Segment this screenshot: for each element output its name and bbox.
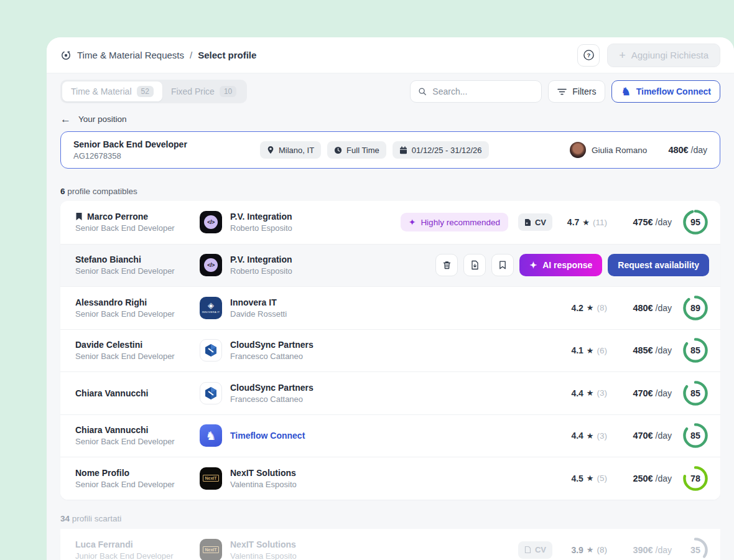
help-button[interactable]: ? [577, 44, 600, 67]
ai-response-button[interactable]: ✦ AI response [519, 254, 602, 276]
diamond-icon: ◈ [208, 302, 214, 309]
rating-value: 4.1 [571, 345, 583, 355]
requests-target-icon [60, 50, 72, 61]
rating-value: 4.4 [571, 431, 583, 441]
document-icon [524, 218, 531, 226]
profile-row[interactable]: Alessandro Righi Senior Back End Develop… [60, 286, 720, 329]
question-circle-icon: ? [583, 49, 595, 61]
manager-name: Giulia Romano [592, 146, 647, 155]
clock-icon [334, 146, 342, 154]
innovera-logo-text: INNOVERA IT [202, 310, 220, 314]
star-icon: ★ [582, 218, 590, 227]
location-pin-icon [267, 146, 274, 154]
profile-role: Senior Back End Developer [75, 309, 200, 319]
app-window: Time & Material Requests / Select profil… [47, 37, 734, 560]
company-name: P.V. Integration [230, 212, 292, 222]
star-icon: ★ [587, 545, 594, 554]
review-count: (8) [597, 545, 608, 554]
nexit-logo-text: NexIT [203, 546, 218, 553]
bookmark-button[interactable] [491, 254, 514, 276]
search-icon [418, 86, 427, 96]
nexit-logo-text: NexIT [203, 475, 218, 482]
profile-rate: 485€ /day [617, 345, 672, 355]
match-score-value: 85 [690, 345, 700, 355]
download-cv-button[interactable] [463, 254, 486, 276]
cv-chip[interactable]: CV [518, 541, 552, 559]
timeflow-connect-button[interactable]: ♞ Timeflow Connect [611, 80, 720, 103]
match-score-ring: 85 [682, 337, 709, 364]
review-count: (5) [597, 474, 608, 483]
discarded-count: 34 [60, 514, 70, 523]
match-score-value: 85 [690, 388, 700, 398]
breadcrumb-root[interactable]: Time & Material Requests [77, 50, 184, 60]
profile-row[interactable]: Davide Celestini Senior Back End Develop… [60, 329, 720, 372]
rate-unit: /day [691, 145, 707, 155]
star-icon: ★ [587, 388, 594, 398]
rate-amount: 390€ [633, 545, 653, 555]
calendar-icon [399, 146, 407, 154]
document-icon [524, 546, 531, 554]
breadcrumb: Time & Material Requests / Select profil… [60, 50, 256, 61]
tab-fixed-price[interactable]: Fixed Price 10 [162, 82, 245, 101]
code-icon: </> [207, 219, 215, 225]
star-icon: ★ [587, 346, 594, 355]
discarded-profile-row[interactable]: Luca Ferrandi Junior Back End Developer … [60, 529, 720, 560]
rate-amount: 480€ [668, 145, 688, 155]
profile-role: Junior Back End Developer [75, 551, 200, 560]
dates-text: 01/12/25 - 31/12/26 [412, 146, 482, 155]
profile-rate: 475€ /day [617, 217, 672, 227]
rate-amount: 475€ [633, 217, 653, 227]
tab-label: Time & Material [71, 86, 132, 96]
profile-name: Chiara Vannucchi [75, 388, 148, 398]
profile-name: Stefano Bianchi [75, 254, 141, 264]
company-name: CloudSync Partners [230, 383, 314, 393]
star-icon: ★ [587, 431, 594, 441]
profile-row[interactable]: Chiara Vannucchi Senior Back End Develop… [60, 414, 720, 457]
company-contact: Roberto Esposito [230, 223, 292, 233]
contract-text: Full Time [346, 146, 379, 155]
search-input[interactable] [432, 86, 534, 96]
rating-value: 4.7 [567, 217, 579, 227]
company-name[interactable]: Timeflow Connect [230, 431, 305, 441]
cv-label: CV [535, 218, 546, 227]
bookmark-filled-icon[interactable] [75, 212, 83, 221]
review-count: (3) [597, 388, 608, 398]
position-code: AG12678358 [73, 151, 260, 161]
add-request-label: Aggiungi Richiesta [631, 50, 708, 60]
tab-time-material[interactable]: Time & Material 52 [62, 82, 162, 101]
profile-role: Senior Back End Developer [75, 437, 200, 446]
profile-role: Senior Back End Developer [75, 266, 200, 276]
company-contact: Francesco Cattaneo [230, 394, 314, 404]
manager-avatar [570, 142, 586, 158]
sparkle-icon: ✦ [409, 217, 416, 227]
cv-chip[interactable]: CV [518, 213, 552, 231]
rating-value: 4.2 [571, 303, 583, 313]
rate-unit: /day [656, 388, 672, 398]
add-request-button[interactable]: + Aggiungi Richiesta [607, 44, 720, 67]
position-chips: Milano, IT Full Time 0 [260, 141, 489, 159]
filters-button[interactable]: Filters [548, 80, 605, 103]
position-title-block: Senior Back End Developer AG12678358 [73, 139, 260, 161]
company-contact: Francesco Cattaneo [230, 352, 314, 361]
company-contact: Roberto Esposito [230, 266, 292, 276]
delete-button[interactable] [435, 254, 458, 276]
profile-row[interactable]: Chiara Vannucchi CloudSync Partners Fra [60, 371, 720, 414]
profile-row-selected[interactable]: Stefano Bianchi Senior Back End Develope… [60, 244, 720, 287]
back-arrow-icon[interactable]: ← [60, 114, 71, 124]
profile-row[interactable]: Nome Profilo Senior Back End Developer N… [60, 457, 720, 500]
review-count: (6) [597, 346, 608, 355]
dates-chip: 01/12/25 - 31/12/26 [393, 141, 489, 159]
cloudsync-logo [200, 382, 222, 404]
profile-row[interactable]: Marco Perrone Senior Back End Developer … [60, 201, 720, 244]
pv-integration-logo: </> [200, 254, 222, 276]
request-availability-button[interactable]: Request availability [608, 254, 709, 276]
recommended-label: Highly recommended [420, 218, 500, 227]
plus-icon: + [619, 50, 626, 61]
position-title: Senior Back End Developer [73, 139, 260, 149]
page-header: Time & Material Requests / Select profil… [47, 37, 734, 73]
position-card[interactable]: Senior Back End Developer AG12678358 Mil… [60, 131, 720, 169]
rating-value: 4.5 [571, 474, 583, 483]
discarded-list: Luca Ferrandi Junior Back End Developer … [60, 529, 720, 560]
profile-name: Luca Ferrandi [75, 539, 133, 549]
profile-rate: 470€ /day [617, 431, 672, 441]
